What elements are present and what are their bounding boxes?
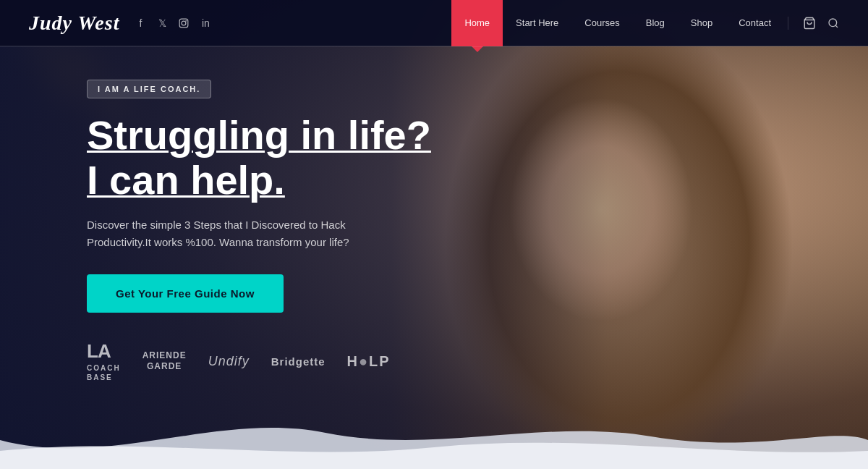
svg-point-1 — [182, 21, 187, 25]
hero-heading-line2: I can help. — [87, 157, 285, 203]
hero-subtext: Discover the simple 3 Steps that I Disco… — [87, 216, 405, 251]
nav-shop[interactable]: Shop — [678, 0, 726, 46]
nav-separator — [0, 46, 868, 47]
twitter-icon[interactable]: 𝕏 — [156, 17, 169, 30]
wave-bottom — [0, 397, 868, 469]
nav-contact[interactable]: Contact — [726, 0, 784, 46]
nav-start-here[interactable]: Start Here — [503, 0, 571, 46]
svg-point-4 — [829, 19, 837, 27]
brand-ariende: ARIENDEGARDE — [142, 350, 187, 373]
brand-logos: LA COACHBASE ARIENDEGARDE Undify Bridget… — [87, 340, 391, 382]
brand-la: LA COACHBASE — [87, 340, 121, 382]
brand-holp: H●LP — [347, 353, 391, 370]
cta-button[interactable]: Get Your Free Guide Now — [87, 274, 284, 313]
nav-right: Home Start Here Courses Blog Shop Contac… — [451, 0, 839, 46]
svg-point-2 — [186, 20, 187, 21]
hero-heading-line1: Struggling in life? — [87, 112, 431, 158]
nav-icon-group — [788, 17, 839, 30]
nav-courses[interactable]: Courses — [571, 0, 632, 46]
facebook-icon[interactable]: f — [134, 17, 147, 30]
svg-rect-0 — [180, 19, 189, 28]
nav-blog[interactable]: Blog — [633, 0, 678, 46]
hero-badge: I AM A LIFE COACH. — [87, 80, 211, 98]
instagram-icon[interactable] — [177, 17, 190, 30]
brand-undify: Undify — [208, 354, 250, 369]
hero-heading: Struggling in life? I can help. — [87, 113, 492, 202]
site-logo[interactable]: Judy West — [29, 12, 119, 35]
nav-home[interactable]: Home — [451, 0, 503, 46]
search-icon[interactable] — [827, 17, 839, 29]
cart-icon[interactable] — [803, 17, 816, 30]
brand-bridgette: Bridgette — [271, 355, 326, 368]
navbar: Judy West f 𝕏 in Home Start Here Courses… — [0, 0, 868, 46]
nav-left: Judy West f 𝕏 in — [29, 12, 212, 35]
linkedin-icon[interactable]: in — [199, 17, 212, 30]
social-icons: f 𝕏 in — [134, 17, 212, 30]
hero-content: I AM A LIFE COACH. Struggling in life? I… — [87, 80, 492, 313]
